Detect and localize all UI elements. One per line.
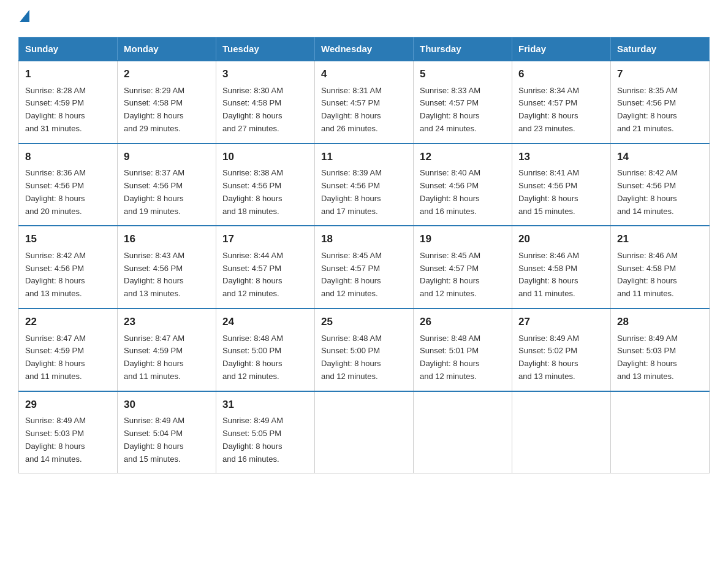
calendar-header-row: SundayMondayTuesdayWednesdayThursdayFrid… [19, 37, 710, 61]
calendar-cell: 12 Sunrise: 8:40 AMSunset: 4:56 PMDaylig… [414, 144, 512, 226]
day-number: 21 [617, 231, 703, 247]
header-thursday: Thursday [414, 37, 512, 61]
calendar-cell: 24 Sunrise: 8:48 AMSunset: 5:00 PMDaylig… [216, 308, 315, 391]
day-number: 13 [518, 149, 604, 165]
day-info: Sunrise: 8:41 AMSunset: 4:56 PMDaylight:… [518, 168, 579, 215]
calendar-cell: 10 Sunrise: 8:38 AMSunset: 4:56 PMDaylig… [216, 144, 315, 226]
calendar-cell [611, 391, 710, 473]
calendar-cell: 8 Sunrise: 8:36 AMSunset: 4:56 PMDayligh… [19, 144, 118, 226]
day-number: 16 [124, 231, 210, 247]
calendar-cell: 14 Sunrise: 8:42 AMSunset: 4:56 PMDaylig… [611, 144, 710, 226]
logo-triangle-icon [20, 10, 29, 22]
day-info: Sunrise: 8:30 AMSunset: 4:58 PMDaylight:… [222, 86, 283, 133]
calendar-cell [315, 391, 414, 473]
page-header [18, 12, 710, 25]
day-info: Sunrise: 8:42 AMSunset: 4:56 PMDaylight:… [617, 168, 678, 215]
day-info: Sunrise: 8:31 AMSunset: 4:57 PMDaylight:… [321, 86, 382, 133]
calendar-cell: 4 Sunrise: 8:31 AMSunset: 4:57 PMDayligh… [315, 61, 414, 144]
day-number: 22 [25, 314, 111, 330]
day-info: Sunrise: 8:28 AMSunset: 4:59 PMDaylight:… [25, 86, 86, 133]
day-number: 8 [25, 149, 111, 165]
day-info: Sunrise: 8:47 AMSunset: 4:59 PMDaylight:… [25, 334, 86, 381]
day-number: 7 [617, 66, 703, 82]
day-number: 5 [420, 66, 506, 82]
calendar-cell: 22 Sunrise: 8:47 AMSunset: 4:59 PMDaylig… [19, 308, 118, 391]
calendar-cell: 19 Sunrise: 8:45 AMSunset: 4:57 PMDaylig… [414, 226, 512, 308]
day-info: Sunrise: 8:35 AMSunset: 4:56 PMDaylight:… [617, 86, 678, 133]
calendar-cell: 18 Sunrise: 8:45 AMSunset: 4:57 PMDaylig… [315, 226, 414, 308]
day-number: 18 [321, 231, 407, 247]
calendar-cell: 29 Sunrise: 8:49 AMSunset: 5:03 PMDaylig… [19, 391, 118, 473]
day-info: Sunrise: 8:43 AMSunset: 4:56 PMDaylight:… [124, 251, 184, 298]
calendar-cell: 31 Sunrise: 8:49 AMSunset: 5:05 PMDaylig… [216, 391, 315, 473]
calendar-cell: 11 Sunrise: 8:39 AMSunset: 4:56 PMDaylig… [315, 144, 414, 226]
calendar-table: SundayMondayTuesdayWednesdayThursdayFrid… [18, 37, 710, 473]
day-info: Sunrise: 8:44 AMSunset: 4:57 PMDaylight:… [222, 251, 283, 298]
calendar-cell: 5 Sunrise: 8:33 AMSunset: 4:57 PMDayligh… [414, 61, 512, 144]
day-info: Sunrise: 8:48 AMSunset: 5:00 PMDaylight:… [222, 334, 283, 381]
day-number: 23 [124, 314, 210, 330]
week-row-1: 1 Sunrise: 8:28 AMSunset: 4:59 PMDayligh… [19, 61, 710, 144]
calendar-cell: 21 Sunrise: 8:46 AMSunset: 4:58 PMDaylig… [611, 226, 710, 308]
day-info: Sunrise: 8:38 AMSunset: 4:56 PMDaylight:… [222, 168, 283, 215]
header-wednesday: Wednesday [315, 37, 414, 61]
day-number: 29 [25, 397, 111, 413]
calendar-cell: 16 Sunrise: 8:43 AMSunset: 4:56 PMDaylig… [118, 226, 216, 308]
day-number: 6 [518, 66, 604, 82]
day-number: 20 [518, 231, 604, 247]
header-monday: Monday [118, 37, 216, 61]
calendar-cell: 1 Sunrise: 8:28 AMSunset: 4:59 PMDayligh… [19, 61, 118, 144]
day-info: Sunrise: 8:39 AMSunset: 4:56 PMDaylight:… [321, 168, 382, 215]
day-number: 30 [124, 397, 210, 413]
calendar-cell: 20 Sunrise: 8:46 AMSunset: 4:58 PMDaylig… [512, 226, 611, 308]
calendar-cell: 7 Sunrise: 8:35 AMSunset: 4:56 PMDayligh… [611, 61, 710, 144]
day-number: 1 [25, 66, 111, 82]
day-number: 17 [222, 231, 308, 247]
week-row-5: 29 Sunrise: 8:49 AMSunset: 5:03 PMDaylig… [19, 391, 710, 473]
day-number: 27 [518, 314, 604, 330]
day-number: 4 [321, 66, 407, 82]
day-number: 28 [617, 314, 703, 330]
day-number: 11 [321, 149, 407, 165]
calendar-cell: 25 Sunrise: 8:48 AMSunset: 5:00 PMDaylig… [315, 308, 414, 391]
day-info: Sunrise: 8:29 AMSunset: 4:58 PMDaylight:… [124, 86, 184, 133]
calendar-cell [414, 391, 512, 473]
header-sunday: Sunday [19, 37, 118, 61]
day-info: Sunrise: 8:47 AMSunset: 4:59 PMDaylight:… [124, 334, 184, 381]
day-number: 15 [25, 231, 111, 247]
calendar-cell: 15 Sunrise: 8:42 AMSunset: 4:56 PMDaylig… [19, 226, 118, 308]
calendar-cell: 9 Sunrise: 8:37 AMSunset: 4:56 PMDayligh… [118, 144, 216, 226]
week-row-2: 8 Sunrise: 8:36 AMSunset: 4:56 PMDayligh… [19, 144, 710, 226]
day-number: 3 [222, 66, 308, 82]
day-number: 9 [124, 149, 210, 165]
calendar-cell: 23 Sunrise: 8:47 AMSunset: 4:59 PMDaylig… [118, 308, 216, 391]
day-info: Sunrise: 8:40 AMSunset: 4:56 PMDaylight:… [420, 168, 480, 215]
day-info: Sunrise: 8:45 AMSunset: 4:57 PMDaylight:… [321, 251, 382, 298]
day-info: Sunrise: 8:33 AMSunset: 4:57 PMDaylight:… [420, 86, 480, 133]
day-number: 26 [420, 314, 506, 330]
day-info: Sunrise: 8:49 AMSunset: 5:03 PMDaylight:… [617, 334, 678, 381]
day-info: Sunrise: 8:37 AMSunset: 4:56 PMDaylight:… [124, 168, 184, 215]
day-info: Sunrise: 8:36 AMSunset: 4:56 PMDaylight:… [25, 168, 86, 215]
day-info: Sunrise: 8:49 AMSunset: 5:02 PMDaylight:… [518, 334, 579, 381]
header-saturday: Saturday [611, 37, 710, 61]
day-info: Sunrise: 8:46 AMSunset: 4:58 PMDaylight:… [518, 251, 579, 298]
header-friday: Friday [512, 37, 611, 61]
day-info: Sunrise: 8:49 AMSunset: 5:04 PMDaylight:… [124, 416, 184, 463]
calendar-cell [512, 391, 611, 473]
calendar-cell: 30 Sunrise: 8:49 AMSunset: 5:04 PMDaylig… [118, 391, 216, 473]
day-number: 24 [222, 314, 308, 330]
day-info: Sunrise: 8:48 AMSunset: 5:00 PMDaylight:… [321, 334, 382, 381]
calendar-cell: 3 Sunrise: 8:30 AMSunset: 4:58 PMDayligh… [216, 61, 315, 144]
week-row-3: 15 Sunrise: 8:42 AMSunset: 4:56 PMDaylig… [19, 226, 710, 308]
day-number: 10 [222, 149, 308, 165]
calendar-cell: 17 Sunrise: 8:44 AMSunset: 4:57 PMDaylig… [216, 226, 315, 308]
day-info: Sunrise: 8:49 AMSunset: 5:05 PMDaylight:… [222, 416, 283, 463]
day-number: 25 [321, 314, 407, 330]
day-info: Sunrise: 8:49 AMSunset: 5:03 PMDaylight:… [25, 416, 86, 463]
calendar-cell: 26 Sunrise: 8:48 AMSunset: 5:01 PMDaylig… [414, 308, 512, 391]
calendar-cell: 13 Sunrise: 8:41 AMSunset: 4:56 PMDaylig… [512, 144, 611, 226]
day-info: Sunrise: 8:42 AMSunset: 4:56 PMDaylight:… [25, 251, 86, 298]
day-info: Sunrise: 8:45 AMSunset: 4:57 PMDaylight:… [420, 251, 480, 298]
calendar-cell: 6 Sunrise: 8:34 AMSunset: 4:57 PMDayligh… [512, 61, 611, 144]
